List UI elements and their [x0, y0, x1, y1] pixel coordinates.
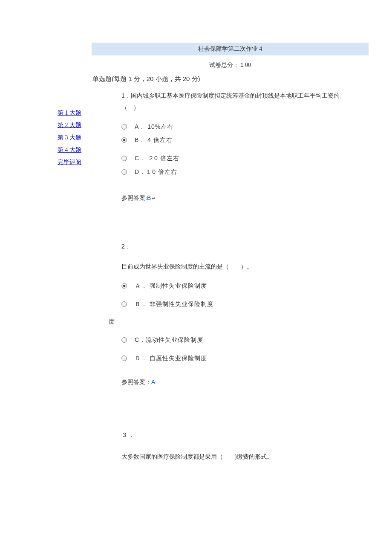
paragraph-mark-icon: ↵ — [152, 196, 156, 201]
radio-icon[interactable] — [121, 356, 127, 361]
sidebar-nav: 第 1 大题 第 2 大题 第 3 大题 第 4 大题 完毕评阅 — [0, 75, 117, 484]
question-text: ３． 大多数国家的医疗保险制度都是采用（ )缴费的形式。 — [121, 429, 349, 463]
option-d[interactable]: Ｄ． 自愿性失业保险制度 — [121, 353, 349, 364]
score-line: 试卷总分：１00 — [92, 55, 369, 75]
option-a[interactable]: A． 10%左右 — [121, 121, 349, 132]
sidebar-item-section2[interactable]: 第 2 大题 — [58, 121, 117, 129]
radio-icon[interactable] — [121, 156, 127, 161]
sidebar-item-section4[interactable]: 第 4 大题 — [58, 146, 117, 154]
sidebar-item-section3[interactable]: 第 3 大题 — [58, 134, 117, 142]
answer-line: 参照答案：A — [121, 379, 349, 386]
option-a[interactable]: Ａ． 强制性失业保险制度 — [121, 280, 349, 291]
option-c[interactable]: C． ２0 倍左右 — [121, 153, 349, 164]
radio-icon[interactable] — [121, 137, 127, 143]
question-1: 1．国内城乡职工基本医疗保险制度拟定统筹基金的封顶线是本地职工年平均工资的（ ）… — [121, 90, 349, 202]
answer-line: 参照答案:B↵ — [121, 194, 349, 202]
sidebar-item-section1[interactable]: 第 1 大题 — [58, 109, 117, 117]
radio-icon[interactable] — [121, 301, 127, 307]
question-text: 2． 目前成为世界失业保险制度的主流的是（ ）。 — [121, 240, 349, 273]
option-c[interactable]: C．流动性失业保险制度 — [121, 335, 349, 345]
sidebar-item-finish[interactable]: 完毕评阅 — [58, 159, 117, 166]
radio-icon[interactable] — [121, 283, 127, 289]
page-title: 社会保障学第二次作业 4 — [198, 46, 262, 52]
radio-icon[interactable] — [121, 169, 127, 175]
question-3: ３． 大多数国家的医疗保险制度都是采用（ )缴费的形式。 — [121, 429, 349, 463]
question-2: 2． 目前成为世界失业保险制度的主流的是（ ）。 Ａ． 强制性失业保险制度 Ｂ．… — [121, 240, 349, 387]
page-title-bar: 社会保障学第二次作业 4 — [92, 43, 369, 55]
option-b[interactable]: Ｂ． 非强制性失业保险制度 — [121, 299, 349, 309]
option-b[interactable]: B． 4 倍左右 — [121, 135, 349, 145]
section-title: 单选题(每题 1 分，20 小题，共 20 分) — [92, 75, 349, 83]
question-text: 1．国内城乡职工基本医疗保险制度拟定统筹基金的封顶线是本地职工年平均工资的（ ） — [121, 90, 349, 114]
option-d[interactable]: D．１0 倍左右 — [121, 167, 349, 177]
radio-icon[interactable] — [121, 337, 127, 343]
radio-icon[interactable] — [121, 124, 127, 130]
